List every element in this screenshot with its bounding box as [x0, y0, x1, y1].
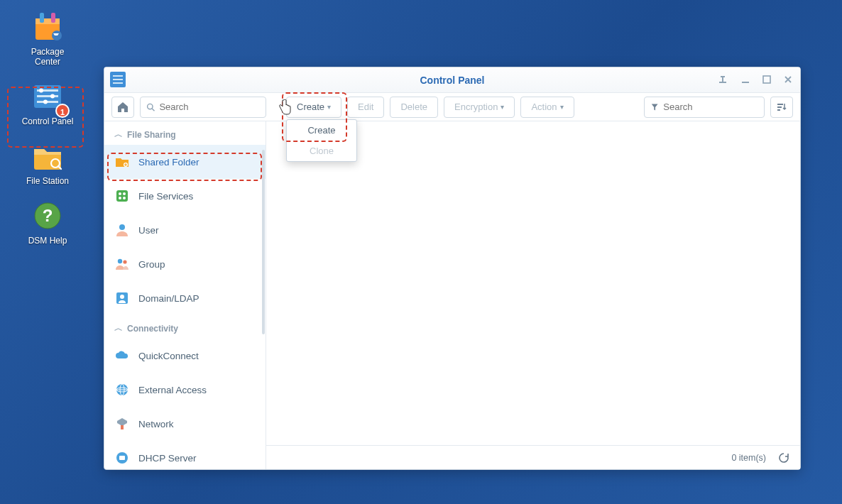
svg-point-38	[120, 295, 124, 299]
desktop-icon-label: Package Center	[16, 47, 80, 67]
desktop-icon-package-center[interactable]: Package Center	[16, 10, 80, 67]
sidebar-item-dhcp-server[interactable]: DHCP Server	[104, 441, 266, 469]
status-bar: 0 item(s)	[266, 445, 800, 469]
action-button[interactable]: Action▾	[520, 97, 574, 118]
close-button[interactable]	[780, 72, 796, 87]
home-icon	[116, 101, 129, 114]
chevron-down-icon: ▾	[501, 103, 504, 111]
bag-icon	[28, 10, 67, 44]
sidebar-section-file-sharing[interactable]: ︿ File Sharing	[104, 121, 266, 145]
main-search[interactable]	[644, 97, 765, 118]
create-dropdown: Create Clone	[286, 119, 357, 162]
svg-point-11	[43, 100, 48, 104]
svg-point-9	[39, 89, 43, 93]
sidebar-item-file-services[interactable]: File Services	[104, 179, 266, 213]
sidebar-item-network[interactable]: Network	[104, 407, 266, 441]
sidebar-item-label: Group	[138, 259, 165, 270]
chevron-up-icon: ︿	[114, 128, 123, 141]
sidebar-section-label: File Sharing	[127, 130, 176, 140]
maximize-button[interactable]	[759, 72, 775, 87]
folder-icon	[28, 139, 67, 173]
sidebar-item-group[interactable]: Group	[104, 247, 266, 281]
group-icon	[114, 256, 130, 272]
chevron-up-icon: ︿	[114, 322, 123, 334]
sidebar-item-domain-ldap[interactable]: Domain/LDAP	[104, 281, 266, 315]
sidebar-item-label: External Access	[138, 385, 207, 395]
create-button-wrap: Create ▾ Create Clone	[286, 97, 341, 118]
sidebar-section-connectivity[interactable]: ︿ Connectivity	[104, 315, 266, 339]
delete-button[interactable]: Delete	[390, 97, 438, 118]
create-menu-clone[interactable]: Clone	[287, 141, 356, 161]
svg-rect-45	[119, 456, 125, 460]
desktop-icon-dsm-help[interactable]: ? DSM Help	[16, 199, 80, 246]
window-titlebar[interactable]: Control Panel	[104, 67, 800, 93]
sidebar-item-label: Domain/LDAP	[138, 293, 199, 304]
window-title: Control Panel	[420, 75, 484, 86]
svg-rect-18	[113, 75, 123, 77]
dhcp-icon	[114, 450, 130, 466]
svg-text:?: ?	[43, 206, 53, 225]
sidebar-item-label: Shared Folder	[138, 157, 199, 168]
sidebar-search[interactable]	[140, 97, 266, 118]
main-search-input[interactable]	[663, 102, 758, 112]
chevron-down-icon: ▾	[327, 103, 331, 111]
sidebar-item-label: QuickConnect	[138, 351, 199, 361]
svg-rect-27	[777, 109, 780, 111]
create-button[interactable]: Create ▾	[286, 97, 341, 118]
desktop-icon-control-panel[interactable]: 1 Control Panel	[16, 80, 80, 126]
sidebar-item-label: User	[138, 225, 159, 236]
create-menu-create[interactable]: Create	[287, 120, 356, 141]
svg-point-30	[119, 192, 121, 195]
sidebar-scrollbar[interactable]	[261, 121, 266, 469]
pin-button[interactable]	[716, 72, 732, 87]
toolbar: Create ▾ Create Clone Edit Delete Encryp…	[104, 93, 800, 121]
svg-rect-2	[40, 13, 44, 23]
sidebar-item-user[interactable]: User	[104, 213, 266, 247]
services-icon	[114, 188, 130, 204]
control-panel-window: Control Panel Create ▾ Create Clone	[104, 67, 801, 470]
svg-point-34	[119, 224, 125, 230]
help-icon: ?	[28, 199, 67, 233]
sidebar-item-quickconnect[interactable]: QuickConnect	[104, 339, 266, 373]
desktop-icon-label: File Station	[16, 176, 80, 186]
search-icon	[146, 102, 155, 112]
notification-badge: 1	[55, 104, 70, 118]
home-button[interactable]	[111, 97, 134, 118]
folder-share-icon	[114, 154, 130, 170]
svg-rect-3	[51, 13, 55, 23]
sidebar-item-shared-folder[interactable]: Shared Folder	[104, 145, 266, 179]
desktop-icons: Package Center 1 Control Panel File Stat…	[16, 10, 87, 258]
chevron-down-icon: ▾	[560, 103, 564, 111]
svg-rect-29	[116, 190, 128, 202]
svg-point-36	[123, 260, 126, 263]
svg-line-24	[152, 108, 154, 110]
svg-rect-1	[35, 18, 60, 24]
refresh-button[interactable]	[776, 450, 792, 466]
svg-rect-21	[742, 82, 749, 83]
sidebar-item-external-access[interactable]: External Access	[104, 373, 266, 407]
desktop-icon-file-station[interactable]: File Station	[16, 139, 80, 186]
app-icon	[110, 72, 126, 87]
scrollbar-thumb[interactable]	[262, 150, 265, 334]
globe-icon	[114, 382, 130, 398]
svg-rect-25	[777, 104, 783, 105]
item-count: 0 item(s)	[731, 453, 766, 463]
svg-point-33	[123, 197, 126, 199]
svg-point-31	[123, 192, 126, 195]
create-button-label: Create	[297, 102, 324, 112]
sidebar-item-label: File Services	[138, 191, 193, 202]
user-icon	[114, 222, 130, 238]
desktop-icon-label: Control Panel	[16, 116, 80, 126]
svg-rect-19	[113, 79, 123, 80]
main-content: 0 item(s)	[266, 121, 800, 469]
window-controls	[716, 72, 796, 87]
svg-rect-26	[777, 106, 782, 108]
sort-button[interactable]	[770, 97, 793, 118]
edit-button[interactable]: Edit	[347, 97, 384, 118]
network-icon	[114, 416, 130, 432]
encryption-button[interactable]: Encryption▾	[444, 97, 515, 118]
sidebar-search-input[interactable]	[159, 102, 260, 112]
sidebar: ︿ File Sharing Shared Folder File Servic…	[104, 121, 266, 469]
minimize-button[interactable]	[738, 72, 753, 87]
domain-icon	[114, 290, 130, 306]
